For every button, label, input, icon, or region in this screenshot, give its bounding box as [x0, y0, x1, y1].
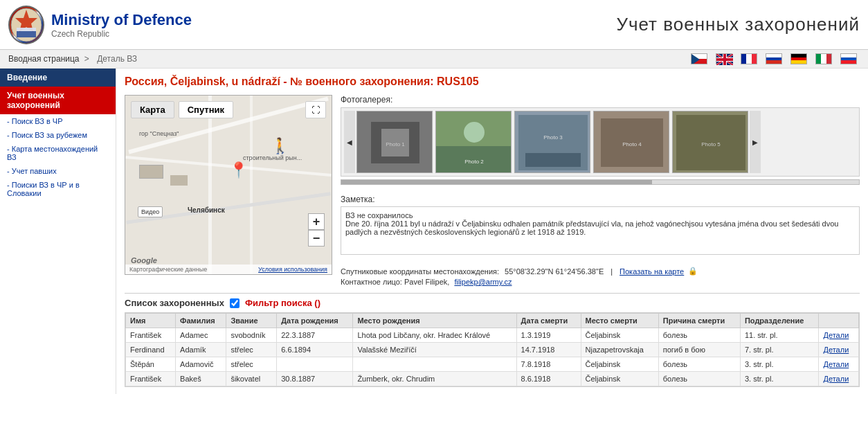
cell-detail[interactable]: Детали	[819, 328, 859, 343]
cell-last: Adamec	[176, 328, 226, 343]
sidebar-section-active: Учет военных захоронений	[0, 87, 116, 114]
contact-line: Контактное лицо: Pavel Filipek, filipekp…	[341, 278, 860, 286]
cell-detail[interactable]: Детали	[819, 343, 859, 357]
map-btn-satellite[interactable]: Спутник	[179, 101, 233, 118]
cell-rank: střelec	[226, 343, 277, 357]
flag-it[interactable]	[815, 53, 832, 64]
table-row: FrantišekBakeššikovatel30.8.1887Žumberk,…	[126, 372, 859, 386]
map-btn-map[interactable]: Карта	[131, 101, 174, 118]
buried-table: Имя Фамилия Звание Дата рождения Место р…	[125, 313, 859, 386]
col-born: Дата рождения	[277, 314, 353, 328]
note-textarea[interactable]	[341, 206, 860, 255]
sidebar-link-3[interactable]: - Карта местонахождений ВЗ	[0, 142, 116, 164]
flag-de[interactable]	[790, 53, 807, 64]
map-toolbar: Карта Спутник ⛶	[131, 101, 326, 118]
flag-ru[interactable]	[766, 53, 782, 64]
cell-unit: 3. str. pl.	[740, 372, 819, 386]
buried-table-wrapper[interactable]: Имя Фамилия Звание Дата рождения Место р…	[125, 312, 860, 387]
map-zoom-in-btn[interactable]: +	[308, 213, 325, 230]
ministry-logo	[8, 6, 44, 44]
gallery-scrollbar[interactable]	[341, 179, 860, 185]
map-label-specnaz: гор "Спецназ"	[139, 130, 179, 137]
sidebar-link-2[interactable]: - Поиск ВЗ за рубежем	[0, 128, 116, 142]
gallery-next-btn[interactable]: ▶	[750, 111, 761, 173]
cell-detail[interactable]: Детали	[819, 357, 859, 372]
filter-label[interactable]: Фильтр поиска ()	[245, 298, 320, 308]
gallery-prev-btn[interactable]: ◀	[344, 111, 355, 173]
map-road	[250, 96, 253, 274]
svg-point-19	[464, 122, 485, 143]
cell-died: 1.3.1919	[516, 328, 581, 343]
photo-thumb-2[interactable]: Photo 2	[435, 111, 512, 173]
map-label-stroy: строительный рын...	[243, 154, 302, 161]
coords-separator: |	[611, 267, 613, 276]
detail-link[interactable]: Детали	[823, 346, 849, 354]
sidebar-link-1[interactable]: - Поиск ВЗ в ЧР	[0, 114, 116, 128]
cell-death-place: Čeljabinsk	[581, 328, 658, 343]
cell-rank: svobodník	[226, 328, 277, 343]
photo-thumb-4[interactable]: Photo 4	[593, 111, 669, 173]
main-layout: Введение Учет военных захоронений - Поис…	[0, 69, 868, 394]
map-fullscreen-btn[interactable]: ⛶	[305, 101, 326, 118]
buried-list-header: Список захороненных Фильтр поиска ()	[125, 298, 860, 308]
photo-area: Фотогалерея: ◀ Photo 1 Photo 2 Photo 3	[341, 95, 860, 185]
photo-thumb-5[interactable]: Photo 5	[672, 111, 748, 173]
flag-cz[interactable]	[691, 53, 707, 64]
org-subtitle: Czech Republic	[51, 29, 192, 39]
cell-born: 30.8.1887	[277, 372, 353, 386]
gallery-scrollbar-thumb[interactable]	[341, 180, 652, 184]
sidebar-link-4[interactable]: - Учет павших	[0, 164, 116, 178]
cell-first: Štěpán	[126, 357, 176, 372]
sidebar-section-intro[interactable]: Введение	[0, 69, 116, 87]
photo-thumb-1[interactable]: Photo 1	[356, 111, 433, 173]
breadcrumb-nav: Вводная страница > Деталь ВЗ	[8, 54, 140, 64]
breadcrumb-current: Деталь ВЗ	[97, 54, 137, 64]
coordinates-area: Спутниковые координаты местонахождения: …	[341, 267, 860, 286]
col-detail	[819, 314, 859, 328]
buried-list-title: Список захороненных	[125, 298, 224, 308]
cell-last: Adamík	[176, 343, 226, 357]
sidebar-link-5[interactable]: - Поиски ВЗ в ЧР и в Словакии	[0, 178, 116, 200]
svg-rect-12	[716, 58, 733, 61]
header-left: Ministry of Defence Czech Republic	[8, 6, 192, 44]
detail-link[interactable]: Детали	[823, 375, 849, 383]
map-block	[170, 175, 188, 186]
org-name: Ministry of Defence	[51, 11, 192, 29]
note-label: Заметка:	[341, 195, 860, 204]
buried-table-body: FrantišekAdamecsvobodník22.3.1887Lhota p…	[126, 328, 859, 386]
col-last-name: Фамилия	[176, 314, 226, 328]
breadcrumb-home[interactable]: Вводная страница	[8, 54, 80, 64]
photo-thumb-3[interactable]: Photo 3	[514, 111, 590, 173]
contact-email[interactable]: filipekp@army.cz	[454, 278, 512, 286]
breadcrumb: Вводная страница > Деталь ВЗ	[0, 50, 868, 69]
header: Ministry of Defence Czech Republic Учет …	[0, 0, 868, 50]
flag-fr[interactable]	[741, 53, 757, 64]
cell-born	[277, 357, 353, 372]
cell-detail[interactable]: Детали	[819, 372, 859, 386]
cell-unit: 3. str. pl.	[740, 357, 819, 372]
note-area: Заметка:	[341, 195, 860, 257]
map-link[interactable]: Показать на карте	[620, 267, 684, 276]
filter-checkbox[interactable]	[230, 298, 239, 308]
svg-rect-23	[525, 153, 581, 167]
sidebar: Введение Учет военных захоронений - Поис…	[0, 69, 116, 394]
detail-link[interactable]: Детали	[823, 331, 849, 339]
cell-died: 7.8.1918	[516, 357, 581, 372]
map-terms-label[interactable]: Условия использования	[258, 266, 327, 273]
col-unit: Подразделение	[740, 314, 819, 328]
cell-cause: погиб в бою	[658, 343, 740, 357]
header-title: Ministry of Defence Czech Republic	[51, 11, 192, 39]
flag-sk[interactable]	[840, 53, 857, 64]
map-block	[139, 165, 163, 179]
map-zoom-out-btn[interactable]: −	[308, 230, 325, 247]
flag-uk[interactable]	[716, 53, 732, 64]
breadcrumb-separator: >	[84, 54, 89, 64]
cell-unit: 11. str. pl.	[740, 328, 819, 343]
map-video-label: Видео	[138, 206, 163, 217]
col-first-name: Имя	[126, 314, 176, 328]
cell-cause: болезь	[658, 328, 740, 343]
cell-birthplace: Valašské Meziříčí	[353, 343, 516, 357]
coords-value: 55°08'32.29"N 61°24'56.38"E	[505, 267, 604, 276]
detail-link[interactable]: Детали	[823, 360, 849, 368]
map-data-label: Картографические данные	[129, 266, 207, 273]
